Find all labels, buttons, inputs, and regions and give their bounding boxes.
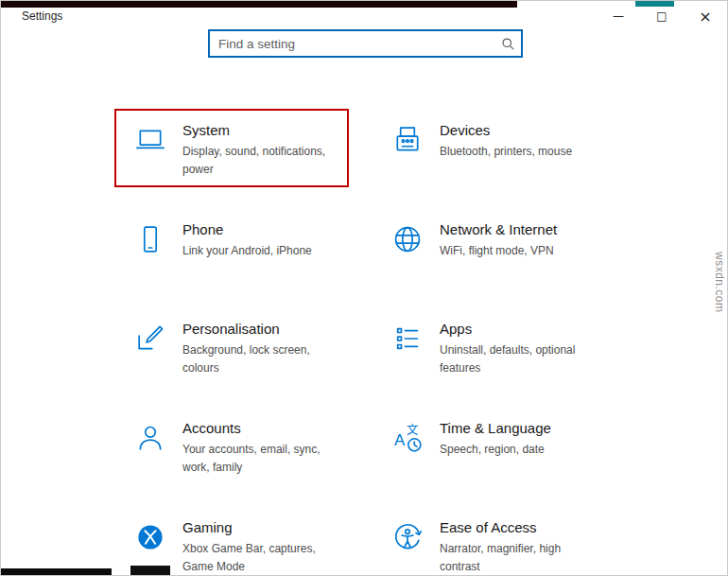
category-title: Apps (440, 321, 602, 337)
svg-text:A: A (394, 431, 406, 449)
system-icon (133, 123, 169, 206)
artifact-top-bar (1, 1, 517, 8)
window-title: Settings (1, 9, 62, 23)
category-personalisation[interactable]: Personalisation Background, lock screen,… (116, 305, 373, 405)
category-description: Link your Android, iPhone (182, 242, 312, 260)
categories-grid: System Display, sound, notifications, po… (116, 107, 631, 576)
category-description: Narrator, magnifier, high contrast (440, 540, 602, 575)
artifact-bottom-left (1, 568, 112, 575)
category-system[interactable]: System Display, sound, notifications, po… (116, 107, 373, 206)
category-description: Display, sound, notifications, power (182, 143, 345, 178)
search-icon (494, 37, 521, 51)
close-button[interactable]: × (684, 1, 727, 31)
network-internet-icon (390, 222, 426, 305)
category-phone[interactable]: Phone Link your Android, iPhone (116, 206, 373, 305)
category-title: Network & Internet (440, 221, 557, 237)
category-time-language[interactable]: A 文 Time & Language Speech, region, date (373, 405, 631, 504)
category-title: Phone (182, 221, 312, 237)
ease-of-access-icon (390, 520, 426, 576)
category-title: Devices (440, 122, 572, 138)
category-title: Accounts (182, 420, 345, 436)
watermark: wsxdn.com (713, 252, 726, 313)
category-description: Background, lock screen, colours (182, 341, 345, 376)
personalisation-icon (133, 322, 169, 405)
phone-icon (133, 222, 169, 305)
accounts-icon (133, 421, 169, 504)
category-network[interactable]: Network & Internet WiFi, flight mode, VP… (373, 206, 631, 305)
search-input[interactable] (210, 31, 494, 56)
category-accounts[interactable]: Accounts Your accounts, email, sync, wor… (116, 405, 373, 504)
svg-text:文: 文 (407, 423, 418, 437)
category-description: Uninstall, defaults, optional features (440, 341, 602, 376)
search-box[interactable] (208, 29, 523, 58)
category-description: Bluetooth, printers, mouse (440, 143, 572, 161)
artifact-bottom-mark (130, 566, 170, 575)
settings-window: Settings — □ × System Display, sound, no… (0, 0, 728, 576)
category-description: Your accounts, email, sync, work, family (182, 441, 345, 476)
category-description: Speech, region, date (440, 441, 551, 459)
category-title: System (182, 122, 345, 138)
category-devices[interactable]: Devices Bluetooth, printers, mouse (373, 107, 631, 206)
artifact-teal-bar (635, 1, 674, 7)
category-title: Gaming (182, 519, 345, 535)
category-ease-of-access[interactable]: Ease of Access Narrator, magnifier, high… (373, 504, 631, 576)
minimize-button[interactable]: — (597, 1, 640, 31)
category-description: Xbox Game Bar, captures, Game Mode (182, 540, 345, 575)
category-title: Personalisation (182, 321, 345, 337)
devices-icon (390, 123, 426, 206)
category-title: Time & Language (440, 420, 551, 436)
apps-icon (390, 322, 426, 405)
category-apps[interactable]: Apps Uninstall, defaults, optional featu… (373, 305, 631, 405)
category-description: WiFi, flight mode, VPN (440, 242, 557, 260)
time-language-icon: A 文 (390, 421, 426, 504)
category-title: Ease of Access (440, 519, 602, 535)
